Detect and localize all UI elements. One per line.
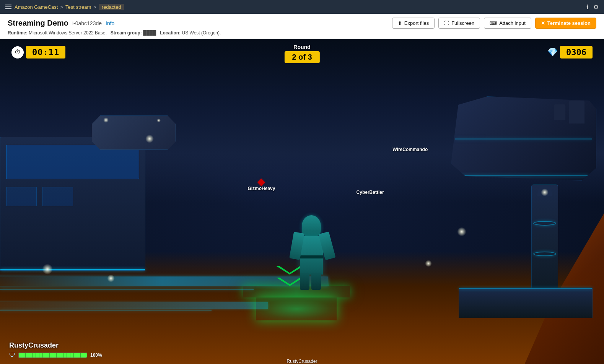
light-orb-mid (145, 135, 154, 143)
timer-value: 00:11 (26, 46, 65, 58)
spacecraft-top-left (92, 115, 176, 150)
bottom-center-player-name: RustyCrusader (287, 359, 317, 364)
right-platform (459, 288, 593, 318)
header-title-group: Streaming Demo i-0abc123de Info (8, 19, 114, 28)
instance-id: i-0abc123de (72, 20, 102, 26)
player-label-wire: WireCommando (392, 147, 428, 152)
hud-bottom-center-label: RustyCrusader (287, 359, 317, 364)
cyber-name: CyberBattler (357, 190, 384, 195)
carrier-top-right (451, 96, 596, 180)
round-label: Round (293, 44, 310, 50)
player-head (302, 215, 321, 236)
round-value: 2 of 3 (284, 51, 319, 63)
location-value: US West (Oregon). (182, 30, 221, 36)
breadcrumb: Amazon GameCast > Test stream > redacted (15, 4, 124, 10)
player-label-gizmo: GizmoHeavy (247, 180, 275, 191)
building-neon-edge (0, 269, 145, 270)
nav-left: Amazon GameCast > Test stream > redacted (5, 4, 124, 10)
info-icon[interactable]: ℹ (586, 3, 589, 11)
right-complex (424, 96, 596, 326)
timer-icon: ⏱ (11, 46, 24, 58)
attach-input-button[interactable]: ⌨ Attach input (484, 18, 531, 29)
location-label: Location: (160, 30, 181, 36)
breadcrumb-test-stream[interactable]: Test stream (65, 4, 91, 10)
game-scene-bg: GizmoHeavy CyberBattler WireCommando (0, 39, 604, 364)
keyboard-icon: ⌨ (490, 20, 497, 26)
building-main-left (0, 137, 145, 271)
runtime-value: Microsoft Windows Server 2022 Base, (29, 30, 106, 36)
light-orb-left-2 (107, 275, 115, 282)
player-leg-left (300, 273, 309, 290)
light-orb-left-1 (42, 264, 53, 275)
stream-group-value: ████ (143, 30, 156, 36)
gizmo-diamond-icon (257, 179, 265, 186)
hud-score: 💎 0306 (547, 46, 593, 58)
fullscreen-button[interactable]: ⛶ Fullscreen (438, 18, 480, 29)
breadcrumb-sep-2: > (93, 4, 96, 10)
hud-health-bar: 🛡 100% (9, 352, 102, 359)
breadcrumb-sep-1: > (60, 4, 63, 10)
hud-timer: ⏱ 00:11 (11, 46, 65, 58)
platform-circle-glow (256, 297, 337, 320)
tower-light-orb (541, 188, 549, 196)
game-viewport[interactable]: GizmoHeavy CyberBattler WireCommando ⏱ 0… (0, 39, 604, 364)
health-shield-icon: 🛡 (9, 352, 15, 359)
health-bar-container (18, 353, 87, 358)
health-bar-fill (19, 353, 87, 358)
fullscreen-icon: ⛶ (444, 20, 449, 26)
page-title: Streaming Demo (8, 19, 68, 28)
hud-player-name: RustyCrusader (9, 341, 102, 349)
header-top-row: Streaming Demo i-0abc123de Info ⬆ Export… (8, 18, 596, 29)
spacecraft-light-1 (103, 117, 109, 123)
health-percentage: 100% (90, 353, 102, 358)
fullscreen-label: Fullscreen (451, 20, 474, 26)
nav-right: ℹ ⚙ (586, 3, 599, 11)
timer-clock-symbol: ⏱ (15, 49, 21, 56)
breadcrumb-amazon-gamecast[interactable]: Amazon GameCast (15, 4, 58, 10)
top-navigation: Amazon GameCast > Test stream > redacted… (0, 0, 604, 14)
hamburger-menu-icon[interactable] (5, 5, 11, 9)
score-diamond-icon: 💎 (547, 47, 558, 57)
settings-icon[interactable]: ⚙ (593, 3, 599, 11)
light-orb-right-2 (425, 260, 432, 267)
player-label-cyber: CyberBattler (357, 190, 384, 195)
gizmo-name: GizmoHeavy (247, 186, 275, 191)
export-files-button[interactable]: ⬆ Export files (392, 18, 435, 29)
rail-lower-left (0, 302, 268, 309)
stream-group-label: Stream group: (111, 30, 142, 36)
hud-round-indicator: Round 2 of 3 (284, 44, 319, 63)
spacecraft-light-2 (157, 119, 161, 122)
terminate-label: Terminate session (547, 20, 591, 26)
score-value: 0306 (560, 46, 593, 58)
terminate-icon: ✕ (541, 20, 545, 26)
player-body (300, 236, 323, 275)
export-files-label: Export files (404, 20, 429, 26)
neon-rail-2 (0, 310, 212, 311)
attach-input-label: Attach input (499, 20, 526, 26)
light-orb-right-1 (457, 227, 466, 236)
wire-name: WireCommando (392, 147, 428, 152)
player-character (288, 213, 334, 290)
terminate-session-button[interactable]: ✕ Terminate session (535, 18, 596, 29)
runtime-label: Runtime: (8, 30, 28, 36)
header-actions: ⬆ Export files ⛶ Fullscreen ⌨ Attach inp… (392, 18, 596, 29)
info-link[interactable]: Info (106, 20, 114, 26)
header-meta: Runtime: Microsoft Windows Server 2022 B… (8, 30, 596, 36)
header-bar: Streaming Demo i-0abc123de Info ⬆ Export… (0, 14, 604, 39)
export-icon: ⬆ (398, 20, 402, 26)
neon-rail-1 (0, 289, 254, 290)
hud-bottom-player: RustyCrusader 🛡 100% (9, 341, 102, 359)
breadcrumb-current: redacted (99, 4, 124, 10)
player-leg-right (311, 273, 321, 290)
